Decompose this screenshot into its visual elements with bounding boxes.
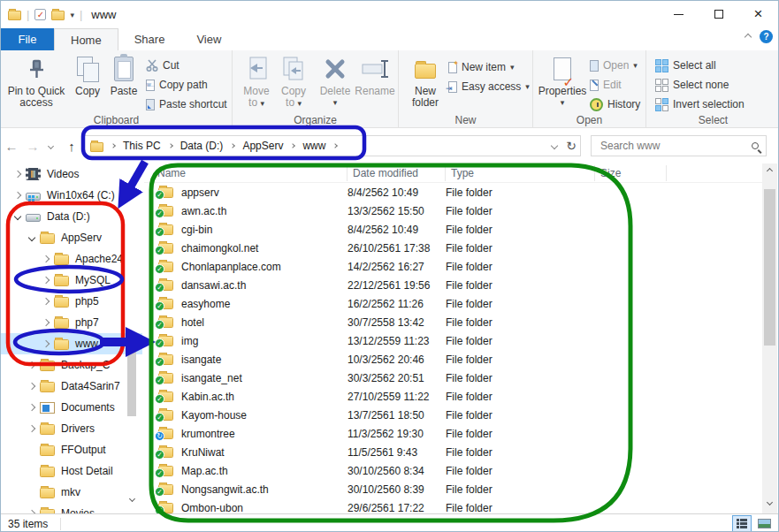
- breadcrumb-appserv[interactable]: AppServ: [242, 140, 283, 152]
- chevron-down-icon[interactable]: [13, 214, 22, 219]
- file-row-isangate-net[interactable]: ✓isangate_net30/3/2562 20:51File folder: [144, 369, 763, 387]
- new-folder-quick-icon[interactable]: [51, 11, 65, 20]
- maximize-button[interactable]: [699, 1, 738, 27]
- column-header-size[interactable]: Size: [595, 165, 667, 181]
- chevron-right-icon[interactable]: [27, 405, 36, 410]
- help-icon[interactable]: ?: [760, 30, 773, 43]
- breadcrumb-data-d[interactable]: Data (D:): [180, 140, 224, 152]
- address-dropdown-icon[interactable]: [551, 142, 558, 149]
- chevron-right-icon[interactable]: [27, 384, 36, 389]
- sidebar-item-mkv[interactable]: mkv: [1, 482, 142, 503]
- new-folder-button[interactable]: New folder: [406, 54, 445, 109]
- column-header-type[interactable]: Type: [446, 165, 595, 181]
- chevron-right-icon[interactable]: [27, 362, 36, 368]
- edit-button[interactable]: Edit: [590, 75, 640, 95]
- sidebar-item-host-detail[interactable]: Host Detail: [1, 460, 142, 482]
- chevron-right-icon[interactable]: [42, 341, 50, 346]
- file-row-chonlapanplace-com[interactable]: ✓Chonlapanplace.com14/2/2562 16:27File f…: [144, 257, 763, 276]
- delete-button[interactable]: Delete ▾: [317, 54, 353, 109]
- address-bar[interactable]: This PC Data (D:) AppServ www ↻: [83, 135, 581, 156]
- tab-home[interactable]: Home: [54, 28, 118, 50]
- sidebar-item-mysql[interactable]: MySQL: [1, 270, 142, 291]
- file-row-cgi-bin[interactable]: ✓cgi-bin8/4/2562 10:49File folder: [144, 220, 763, 239]
- breadcrumb-chevron-icon[interactable]: [291, 143, 296, 148]
- chevron-right-icon[interactable]: [13, 193, 22, 198]
- sidebar-item-data-d-[interactable]: Data (D:): [1, 206, 142, 227]
- copy-path-button[interactable]: W... Copy path: [146, 75, 227, 95]
- recent-locations-icon[interactable]: [43, 144, 57, 148]
- sidebar-item-backup-c[interactable]: Backup_C: [1, 354, 142, 376]
- rename-button[interactable]: Rename: [353, 54, 397, 97]
- sidebar-item-movies[interactable]: Movies: [1, 503, 142, 513]
- column-header-name[interactable]: Name: [144, 165, 347, 181]
- paste-shortcut-button[interactable]: Paste shortcut: [146, 95, 227, 114]
- file-row-dansawi-ac-th[interactable]: ✓dansawi.ac.th22/12/2561 19:56File folde…: [144, 276, 763, 294]
- sidebar-item-appserv[interactable]: AppServ: [1, 227, 142, 248]
- sidebar-scrollbar[interactable]: [126, 163, 138, 513]
- forward-button[interactable]: →: [22, 139, 43, 154]
- file-row-img[interactable]: ✓img13/12/2559 11:23File folder: [144, 331, 763, 350]
- up-button[interactable]: ↑: [61, 139, 82, 154]
- file-row-kruniwat[interactable]: ✓KruNiwat11/5/2561 9:43File folder: [144, 443, 763, 461]
- back-button[interactable]: ←: [1, 139, 22, 154]
- sidebar-item-php5[interactable]: php5: [1, 291, 142, 312]
- sidebar-item-apache24[interactable]: Apache24: [1, 248, 142, 270]
- sidebar-item-php7[interactable]: php7: [1, 312, 142, 333]
- search-box[interactable]: [591, 135, 767, 156]
- select-none-button[interactable]: Select none: [655, 75, 745, 95]
- file-row-map-ac-th[interactable]: ✓Map.ac.th30/10/2560 8:34File folder: [144, 461, 763, 480]
- sidebar-item-videos[interactable]: Videos: [1, 163, 142, 185]
- scroll-up-icon[interactable]: [762, 163, 777, 179]
- sidebar-scrollbar-thumb[interactable]: [127, 346, 136, 416]
- list-scrollbar[interactable]: [762, 163, 777, 513]
- chevron-right-icon[interactable]: [13, 171, 22, 177]
- chevron-right-icon[interactable]: [42, 256, 50, 262]
- file-row-nongsangwit-ac-th[interactable]: ✓Nongsangwit.ac.th30/10/2560 8:39File fo…: [144, 480, 763, 498]
- tab-share[interactable]: Share: [118, 28, 181, 50]
- tab-file[interactable]: File: [1, 28, 54, 50]
- file-row-easyhome[interactable]: ✓easyhome16/2/2562 11:26File folder: [144, 294, 763, 313]
- properties-button[interactable]: ✓ Properties ▾: [538, 54, 586, 109]
- scroll-down-icon[interactable]: [762, 495, 777, 510]
- file-row-appserv[interactable]: ✓appserv8/4/2562 10:49File folder: [144, 183, 763, 201]
- breadcrumb-chevron-icon[interactable]: [333, 143, 339, 148]
- file-row-hotel[interactable]: ✓hotel30/7/2558 13:42File folder: [144, 313, 763, 331]
- history-button[interactable]: History: [590, 95, 640, 114]
- file-row-ombon-ubon[interactable]: ✓Ombon-ubon29/6/2561 17:22File folder: [144, 498, 763, 513]
- file-row-kabin-ac-th[interactable]: ✓Kabin.ac.th27/10/2559 11:22File folder: [144, 387, 763, 406]
- cut-button[interactable]: Cut: [146, 56, 227, 75]
- move-to-button[interactable]: Move to ▾: [240, 54, 273, 110]
- file-row-isangate[interactable]: ✓isangate10/3/2562 20:46File folder: [144, 350, 763, 369]
- new-item-button[interactable]: ✦ New item ▾: [448, 57, 530, 77]
- sidebar-item-win10x64-c-[interactable]: Win10x64 (C:): [1, 185, 142, 206]
- pin-to-quick-access-button[interactable]: Pin to Quick access: [6, 54, 66, 109]
- breadcrumb-chevron-icon[interactable]: [168, 143, 173, 148]
- collapse-ribbon-icon[interactable]: [745, 33, 752, 40]
- refresh-icon[interactable]: ↻: [566, 139, 577, 153]
- sidebar-item-www[interactable]: www: [1, 333, 142, 354]
- sidebar-item-documents[interactable]: Documents: [1, 397, 142, 418]
- close-button[interactable]: ×: [738, 1, 778, 27]
- sidebar-item-data4sarin7[interactable]: Data4Sarin7: [1, 376, 142, 397]
- file-row-kayom-house[interactable]: ✓Kayom-house13/7/2561 18:50File folder: [144, 406, 763, 424]
- chevron-right-icon[interactable]: [42, 320, 50, 325]
- breadcrumb-www[interactable]: www: [302, 140, 325, 152]
- paste-button[interactable]: Paste: [107, 54, 141, 97]
- search-icon[interactable]: [752, 142, 759, 149]
- chevron-right-icon[interactable]: [42, 277, 50, 283]
- chevron-right-icon[interactable]: [42, 299, 50, 304]
- copy-to-button[interactable]: Copy to ▾: [277, 54, 310, 110]
- file-row-krumontree[interactable]: ↻krumontree11/3/2562 19:30File folder: [144, 424, 763, 443]
- details-view-button[interactable]: [732, 515, 752, 532]
- chevron-down-icon[interactable]: [27, 235, 36, 240]
- tab-view[interactable]: View: [180, 28, 237, 50]
- search-input[interactable]: [599, 139, 752, 153]
- file-row-awn-ac-th[interactable]: ✓awn.ac.th13/3/2562 15:50File folder: [144, 201, 763, 220]
- invert-selection-button[interactable]: Invert selection: [655, 95, 745, 114]
- easy-access-button[interactable]: ⇥ Easy access ▾: [448, 77, 530, 96]
- sidebar-item-ffoutput[interactable]: FFOutput: [1, 439, 142, 460]
- open-button[interactable]: Open ▾: [590, 56, 640, 75]
- column-header-date-modified[interactable]: Date modified: [347, 165, 446, 181]
- file-row-chaimongkol-net[interactable]: ✓chaimongkol.net26/10/2561 17:38File fol…: [144, 239, 763, 257]
- list-scrollbar-thumb[interactable]: [764, 189, 775, 346]
